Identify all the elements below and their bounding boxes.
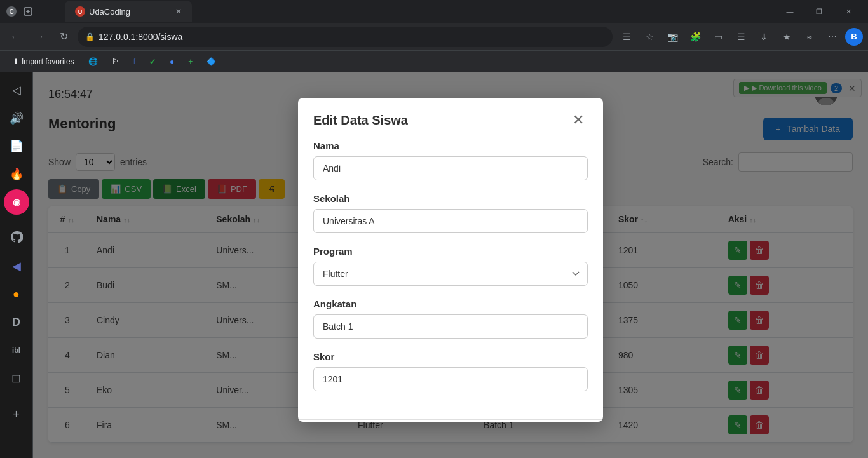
- more-button[interactable]: ⋯: [822, 27, 843, 47]
- arrow-icon: ◀: [12, 259, 21, 273]
- extensions-button[interactable]: 🧩: [685, 27, 705, 47]
- sidebar-button[interactable]: ☰: [731, 27, 751, 47]
- sidebar-divider-2: [6, 396, 27, 396]
- modal-header: Edit Data Siswa ✕: [298, 98, 603, 140]
- sidebar-item-active[interactable]: ◉: [4, 189, 29, 215]
- close-button[interactable]: ✕: [834, 0, 863, 23]
- form-group-nama: Nama: [313, 140, 588, 180]
- plus-sidebar-icon: +: [13, 408, 20, 421]
- left-sidebar: ◁ 🔊 📄 🔥 ◉ ◀ ● D ibl ◻ +: [0, 72, 33, 458]
- svg-text:U: U: [78, 9, 83, 15]
- form-group-skor: Skor: [313, 351, 588, 391]
- angkatan-label: Angkatan: [313, 299, 588, 309]
- sidebar-divider-1: [6, 220, 27, 220]
- copilot-button[interactable]: ★: [776, 27, 797, 47]
- collections-button[interactable]: 📷: [662, 27, 682, 47]
- form-group-program: Program FlutterReact NativePythonWeb Dev…: [313, 246, 588, 286]
- modal-footer: Tutup Simpan Perubahan: [298, 420, 603, 422]
- bookmark-1[interactable]: 🌐: [83, 55, 103, 69]
- bookmark-2[interactable]: 🏳: [107, 55, 125, 69]
- minimize-button[interactable]: —: [775, 0, 804, 23]
- volume-icon: 🔊: [10, 111, 24, 125]
- tab-close-icon[interactable]: ✕: [175, 7, 182, 16]
- sidebar-item-volume[interactable]: 🔊: [4, 105, 29, 131]
- split-view-button[interactable]: ▭: [708, 27, 728, 47]
- tab-title: UdaCoding: [89, 7, 172, 17]
- skor-label: Skor: [313, 351, 588, 362]
- sidebar-item-ibl[interactable]: ibl: [4, 337, 29, 363]
- window-controls: — ❐ ✕: [775, 0, 863, 23]
- reading-view-button[interactable]: ☰: [616, 27, 637, 47]
- nama-input[interactable]: [313, 156, 588, 180]
- sekolah-label: Sekolah: [313, 193, 588, 204]
- form-group-angkatan: Angkatan: [313, 299, 588, 339]
- profile-button[interactable]: B: [845, 28, 863, 46]
- fire-icon: 🔥: [10, 167, 24, 181]
- sidebar-item-square[interactable]: ◻: [4, 365, 29, 391]
- download-button[interactable]: ⇓: [754, 27, 774, 47]
- maximize-button[interactable]: ❐: [804, 0, 834, 23]
- orange-icon: ●: [13, 288, 20, 301]
- bookmark-4[interactable]: ✔: [144, 55, 161, 69]
- program-label: Program: [313, 246, 588, 257]
- bookmark-import-icon: ⬆: [13, 57, 19, 66]
- nama-label: Nama: [313, 140, 588, 151]
- active-icon: ◉: [13, 197, 20, 207]
- bm2-icon: 🏳: [112, 57, 119, 66]
- address-bar[interactable]: 🔒 127.0.0.1:8000/siswa: [78, 27, 613, 47]
- favorites-button[interactable]: ☆: [639, 27, 660, 47]
- bookmark-import-label: Import favorites: [22, 57, 74, 66]
- bookmark-import-favorites[interactable]: ⬆ Import favorites: [8, 55, 79, 69]
- sidebar-item-orange[interactable]: ●: [4, 281, 29, 307]
- bm1-icon: 🌐: [88, 57, 98, 66]
- modal-close-button[interactable]: ✕: [569, 111, 588, 130]
- edit-modal: Edit Data Siswa ✕ Nama Sekolah: [298, 98, 603, 422]
- svg-text:C: C: [9, 8, 13, 15]
- sidebar-item-fire[interactable]: 🔥: [4, 161, 29, 187]
- doc-icon: 📄: [10, 139, 24, 153]
- back-icon: ◁: [12, 83, 21, 97]
- bookmark-7[interactable]: 🔷: [201, 55, 221, 69]
- browser-icon[interactable]: C: [5, 5, 18, 18]
- sidebar-item-plus[interactable]: +: [4, 401, 29, 427]
- sidebar-item-d[interactable]: D: [4, 309, 29, 335]
- sidebar-item-github[interactable]: [4, 226, 29, 251]
- reload-button[interactable]: ↻: [53, 27, 74, 47]
- github-icon: [10, 231, 23, 246]
- page-content: ▶ ▶ Download this video 2 ✕ 16:54:47 ▼: [33, 72, 868, 458]
- url-text: 127.0.0.1:8000/siswa: [98, 32, 605, 42]
- modal-title: Edit Data Siswa: [313, 113, 408, 128]
- bm5-icon: ●: [170, 57, 174, 66]
- square-icon: ◻: [11, 371, 21, 385]
- bookmark-5[interactable]: ●: [165, 55, 179, 69]
- angkatan-input[interactable]: [313, 314, 588, 339]
- bookmark-6[interactable]: +: [183, 55, 198, 69]
- sidebar-item-arrow[interactable]: ◀: [4, 253, 29, 279]
- skor-input[interactable]: [313, 367, 588, 391]
- d-letter-icon: D: [12, 316, 20, 329]
- form-group-sekolah: Sekolah: [313, 193, 588, 233]
- program-select[interactable]: FlutterReact NativePythonWeb Development: [313, 262, 588, 286]
- sidebar-item-back[interactable]: ◁: [4, 77, 29, 103]
- modal-overlay: Edit Data Siswa ✕ Nama Sekolah: [33, 72, 868, 458]
- tab-favicon: U: [75, 6, 85, 17]
- active-tab[interactable]: U UdaCoding ✕: [65, 1, 192, 22]
- bookmark-3[interactable]: f: [128, 55, 140, 69]
- forward-button[interactable]: →: [29, 27, 50, 47]
- back-button[interactable]: ←: [5, 27, 25, 47]
- bm3-icon: f: [133, 57, 135, 66]
- bm4-icon: ✔: [149, 57, 156, 66]
- new-tab-icon[interactable]: [22, 5, 34, 18]
- bm6-icon: +: [188, 57, 193, 66]
- sekolah-input[interactable]: [313, 209, 588, 233]
- ibl-icon: ibl: [12, 346, 20, 354]
- sidebar-item-doc[interactable]: 📄: [4, 133, 29, 159]
- lock-icon: 🔒: [85, 32, 95, 41]
- share-button[interactable]: ≈: [799, 27, 820, 47]
- bm7-icon: 🔷: [207, 57, 216, 66]
- modal-body: Nama Sekolah Program FlutterReact Native…: [298, 140, 603, 419]
